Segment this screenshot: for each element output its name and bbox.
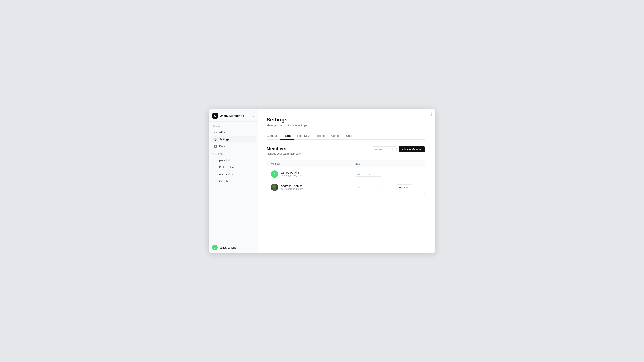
tab-user[interactable]: User xyxy=(343,133,356,140)
members-subtitle: Manage your team members xyxy=(266,152,301,155)
sidebar-footer-user[interactable]: J james-perkins › xyxy=(209,242,258,253)
tab-root-keys[interactable]: Root Keys xyxy=(294,133,314,140)
window-menu-dots[interactable] xyxy=(431,112,432,116)
sidebar-header[interactable]: U Unkey-Monitoring ⌄ xyxy=(209,109,258,122)
invite-member-button[interactable]: + Invite Member xyxy=(398,146,425,152)
code-icon xyxy=(214,130,217,134)
role-select-james[interactable]: Admin ⌄ xyxy=(355,172,382,177)
members-filter-dropdown[interactable]: Members ⌄ xyxy=(372,146,396,152)
tab-usage[interactable]: Usage xyxy=(328,133,343,140)
sidebar-item-docs[interactable]: Docs xyxy=(211,143,256,149)
your-apis-section-label: Your APIs xyxy=(209,150,258,157)
chevron-down-icon-role-andreas: ⌄ xyxy=(369,186,370,189)
role-cell-james: Admin ⌄ xyxy=(355,172,396,177)
gear-icon xyxy=(214,137,217,141)
svg-point-0 xyxy=(215,139,216,140)
sidebar-item-betteruptime-label: BetterUptime xyxy=(219,166,235,169)
member-name-james: James Perkins xyxy=(281,171,302,174)
sidebar-item-planetfall[interactable]: planetfall.io xyxy=(211,157,256,163)
sidebar-item-githubci[interactable]: GitHub CI xyxy=(211,178,256,184)
member-email-andreas: dev@chronark.com xyxy=(281,188,303,190)
avatar: J xyxy=(212,245,218,250)
members-title: Members xyxy=(266,146,301,151)
dot-2 xyxy=(431,114,432,115)
tab-team[interactable]: Team xyxy=(280,133,294,140)
main-content: Settings Manage your workspace settings.… xyxy=(258,109,435,253)
remove-button-andreas[interactable]: Remove xyxy=(396,184,412,190)
code-icon-4 xyxy=(214,172,217,176)
sidebar-item-openstatus-label: openstatus xyxy=(219,173,233,176)
role-label-andreas: Admin xyxy=(357,186,363,189)
sidebar-item-apis[interactable]: APIs xyxy=(211,129,256,135)
page-title: Settings xyxy=(266,117,425,123)
chevron-down-icon-role-james: ⌄ xyxy=(369,173,370,175)
role-select-andreas[interactable]: Admin ⌄ xyxy=(355,185,382,190)
actions-cell-andreas: Remove xyxy=(396,184,421,190)
role-label-james: Admin xyxy=(357,173,363,175)
sidebar: U Unkey-Monitoring ⌄ General APIs Settin… xyxy=(209,109,258,253)
dot-3 xyxy=(431,115,432,116)
col-member: Member xyxy=(271,162,355,165)
members-table: Member Role J James Perkins james@unkey.… xyxy=(266,160,425,194)
table-row: J James Perkins james@unkey.dev Admin ⌄ xyxy=(267,167,425,181)
code-icon-3 xyxy=(214,165,217,169)
sidebar-item-openstatus[interactable]: openstatus xyxy=(211,171,256,177)
member-email-james: james@unkey.dev xyxy=(281,174,302,177)
tab-general[interactable]: General xyxy=(266,133,280,140)
chevron-down-icon: ⌄ xyxy=(392,148,394,151)
member-cell-james: J James Perkins james@unkey.dev xyxy=(271,170,355,178)
members-filter-label: Members xyxy=(374,148,384,151)
sidebar-item-settings[interactable]: Settings xyxy=(211,136,256,142)
general-section-label: General xyxy=(209,122,258,129)
page-subtitle: Manage your workspace settings. xyxy=(266,124,425,127)
members-title-group: Members Manage your team members xyxy=(266,146,301,155)
col-actions xyxy=(396,162,421,165)
col-role: Role xyxy=(355,162,396,165)
code-icon-2 xyxy=(214,158,217,162)
avatar-andreas xyxy=(271,184,278,191)
sidebar-item-apis-label: APIs xyxy=(219,131,225,134)
code-icon-5 xyxy=(214,179,217,183)
sidebar-item-docs-label: Docs xyxy=(219,145,226,148)
members-header: Members Manage your team members Members… xyxy=(266,146,425,155)
footer-user-info: J james-perkins xyxy=(212,245,236,250)
workspace-info: U Unkey-Monitoring xyxy=(212,113,244,119)
member-info-james: James Perkins james@unkey.dev xyxy=(281,171,302,177)
member-cell-andreas: Andreas Thomas dev@chronark.com xyxy=(271,184,355,191)
avatar-james: J xyxy=(271,170,278,178)
svg-point-3 xyxy=(273,185,276,188)
sidebar-item-betteruptime[interactable]: BetterUptime xyxy=(211,164,256,170)
member-info-andreas: Andreas Thomas dev@chronark.com xyxy=(281,184,303,190)
workspace-name: Unkey-Monitoring xyxy=(220,114,244,117)
sidebar-item-githubci-label: GitHub CI xyxy=(219,180,231,183)
app-window: U Unkey-Monitoring ⌄ General APIs Settin… xyxy=(209,109,435,253)
tab-billing[interactable]: Billing xyxy=(314,133,328,140)
workspace-icon: U xyxy=(212,113,218,119)
member-name-andreas: Andreas Thomas xyxy=(281,184,303,188)
book-icon xyxy=(214,144,217,148)
sidebar-item-planetfall-label: planetfall.io xyxy=(219,159,233,162)
members-actions: Members ⌄ + Invite Member xyxy=(372,146,425,152)
table-header: Member Role xyxy=(267,160,425,167)
table-row: Andreas Thomas dev@chronark.com Admin ⌄ … xyxy=(267,181,425,194)
workspace-chevron-icon[interactable]: ⌄ xyxy=(252,114,255,117)
sidebar-item-settings-label: Settings xyxy=(219,138,229,141)
tabs: General Team Root Keys Billing Usage Use… xyxy=(266,133,425,140)
footer-username: james-perkins xyxy=(220,246,236,249)
role-cell-andreas: Admin ⌄ xyxy=(355,185,396,190)
footer-chevron-icon: › xyxy=(254,246,255,249)
dot-1 xyxy=(431,112,432,113)
